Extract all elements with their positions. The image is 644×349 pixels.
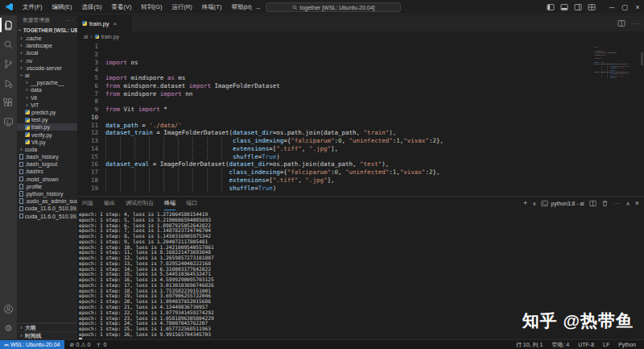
kill-terminal-icon[interactable] bbox=[601, 200, 609, 207]
remote-explorer-icon[interactable] bbox=[0, 112, 17, 131]
split-terminal-icon[interactable] bbox=[589, 200, 597, 207]
cursor-position[interactable]: 行 10, 列 1 bbox=[516, 341, 543, 349]
tree-item[interactable]: ›.nv bbox=[17, 57, 77, 64]
workspace-root[interactable]: › TOGETHER [WSL: UBUNTU... bbox=[17, 26, 77, 35]
command-center-search[interactable]: together [WSL: Ubuntu-20.04] bbox=[266, 2, 401, 12]
tree-item[interactable]: ›cuda bbox=[17, 146, 77, 153]
tree-item[interactable]: cuda_11.6.0_510.39.0... bbox=[17, 205, 77, 212]
menu-item-5[interactable]: 运行(R) bbox=[167, 0, 196, 15]
minimap[interactable]: import osimport mindspore as msfrom mind… bbox=[594, 43, 630, 86]
panel-tab-problems[interactable]: 问题 bbox=[82, 197, 93, 210]
problems-indicator[interactable]: ⊘ 0 ⚠ 0 bbox=[70, 342, 91, 348]
code-line: 18 extensions=[".tiff", ".jpg"], bbox=[77, 177, 644, 185]
search-icon[interactable] bbox=[0, 35, 17, 54]
ports-indicator[interactable]: 0 bbox=[96, 342, 106, 348]
terminal-tab[interactable]: python3.8 - ai bbox=[541, 200, 584, 207]
tree-item[interactable]: ›.landscape bbox=[17, 42, 77, 49]
menu-item-4[interactable]: 转到(G) bbox=[137, 0, 167, 15]
tree-item[interactable]: test.py bbox=[17, 116, 77, 123]
toggle-secondary-sidebar-icon[interactable] bbox=[574, 3, 582, 11]
tree-item[interactable]: .sudo_as_admin_succ... bbox=[17, 197, 77, 205]
toggle-panel-icon[interactable] bbox=[560, 3, 568, 11]
menu-item-3[interactable]: 查看(V) bbox=[107, 0, 137, 15]
nav-forward-icon[interactable]: → bbox=[254, 3, 262, 11]
tree-item[interactable]: train.py bbox=[17, 123, 77, 131]
tree-item[interactable]: verify.py bbox=[17, 131, 77, 138]
maximize-panel-icon[interactable]: ∧ bbox=[626, 197, 630, 210]
tree-item-label: cuda_11.6.0_510.39.0... bbox=[25, 206, 77, 211]
panel-tab-debug-console[interactable]: 调试控制台 bbox=[126, 197, 154, 210]
tree-item[interactable]: Vit.py bbox=[17, 139, 77, 146]
more-actions-icon[interactable]: ··· bbox=[613, 201, 621, 206]
tab-train-py[interactable]: train.py × bbox=[77, 15, 132, 31]
settings-gear-icon[interactable]: ⚙ bbox=[0, 318, 17, 338]
customize-layout-icon[interactable] bbox=[588, 3, 596, 11]
layout-toggles bbox=[547, 3, 596, 11]
chevron-right-icon: › bbox=[19, 65, 23, 71]
tree-item[interactable]: ›.vscode-server bbox=[17, 64, 77, 72]
chevron-right-icon: › bbox=[19, 147, 23, 152]
tree-item[interactable]: predict.py bbox=[17, 109, 77, 116]
tree-item-label: .sudo_as_admin_succ... bbox=[25, 198, 77, 204]
tree-item[interactable]: ›__pycache__ bbox=[17, 79, 77, 86]
tab-close-icon[interactable]: × bbox=[114, 20, 118, 27]
menu-bar: 文件(F)编辑(E)选择(S)查看(V)转到(G)运行(R)终端(T)帮助(H) bbox=[18, 0, 257, 14]
outline-section[interactable]: › 大纲 bbox=[17, 323, 77, 331]
tree-item[interactable]: .python_history bbox=[17, 190, 77, 197]
command-center-label: together [WSL: Ubuntu-20.04] bbox=[300, 5, 375, 10]
tree-item[interactable]: ›ai bbox=[17, 72, 77, 79]
close-button[interactable]: × bbox=[631, 0, 644, 15]
explorer-sidebar: 资源管理器 ··· › TOGETHER [WSL: UBUNTU... ›.c… bbox=[17, 15, 77, 339]
panel-tab-terminal[interactable]: 终端 bbox=[164, 197, 175, 210]
tree-item[interactable]: ›ViT bbox=[17, 102, 77, 109]
tree-item[interactable]: .motd_shown bbox=[17, 176, 77, 183]
menu-item-1[interactable]: 编辑(E) bbox=[47, 0, 77, 15]
language-mode[interactable]: Python bbox=[618, 342, 636, 347]
account-icon[interactable] bbox=[0, 299, 17, 318]
tree-item[interactable]: ›Vit bbox=[17, 94, 77, 102]
timeline-section[interactable]: › 时间线 bbox=[17, 331, 77, 339]
panel-tab-ports[interactable]: 端口 bbox=[186, 197, 197, 210]
tree-item[interactable]: ›data bbox=[17, 86, 77, 93]
close-panel-icon[interactable]: × bbox=[635, 197, 639, 210]
tree-item-label: .motd_shown bbox=[25, 177, 59, 182]
menu-item-2[interactable]: 选择(S) bbox=[77, 0, 107, 15]
tree-item[interactable]: ›.local bbox=[17, 49, 77, 56]
indentation[interactable]: 空格: 4 bbox=[551, 341, 569, 349]
tree-item[interactable]: .bash_logout bbox=[17, 160, 77, 168]
run-debug-icon[interactable] bbox=[0, 73, 17, 93]
menu-item-0[interactable]: 文件(F) bbox=[18, 0, 47, 15]
line-number: 1 bbox=[77, 43, 98, 51]
source-control-icon[interactable] bbox=[0, 54, 17, 73]
tree-item[interactable]: ›.cache bbox=[17, 35, 77, 42]
more-actions-icon[interactable]: ··· bbox=[66, 18, 74, 23]
toggle-sidebar-icon[interactable] bbox=[547, 3, 555, 11]
split-editor-icon[interactable] bbox=[617, 19, 625, 27]
restore-button[interactable]: ▢ bbox=[618, 0, 631, 15]
tree-item[interactable]: cuda_11.6.0_510.39.0... bbox=[17, 213, 77, 220]
editor-scrollbar[interactable] bbox=[641, 52, 643, 65]
panel-header: 问题输出调试控制台终端端口 + ∨ python3.8 - ai ··· ∧ × bbox=[77, 197, 644, 210]
nav-back-icon[interactable]: ← bbox=[243, 3, 250, 11]
breadcrumb-file[interactable]: train.py bbox=[101, 34, 119, 39]
menu-item-6[interactable]: 终端(T) bbox=[197, 0, 227, 15]
remote-indicator[interactable]: >< WSL: Ubuntu-20.04 bbox=[0, 340, 64, 349]
tree-item[interactable]: .bashrc bbox=[17, 168, 77, 175]
file-icon bbox=[19, 198, 23, 204]
activity-bar: ⚙ bbox=[0, 15, 17, 339]
encoding[interactable]: UTF-8 bbox=[578, 342, 594, 347]
new-terminal-icon[interactable]: + bbox=[523, 197, 527, 210]
terminal-dropdown-icon[interactable]: ∨ bbox=[532, 197, 536, 210]
panel-tab-output[interactable]: 输出 bbox=[104, 197, 115, 210]
breadcrumb-folder[interactable]: ai bbox=[84, 34, 88, 39]
code-line: 15 shuffle=True) bbox=[77, 153, 644, 161]
more-actions-icon[interactable]: ··· bbox=[631, 21, 639, 27]
minimize-button[interactable]: ─ bbox=[605, 0, 618, 15]
tree-item-label: .landscape bbox=[25, 43, 52, 48]
tree-item[interactable]: .bash_history bbox=[17, 153, 77, 160]
explorer-icon[interactable] bbox=[0, 15, 17, 35]
code-editor[interactable]: 123import os45import mindspore as ms6fro… bbox=[77, 41, 644, 196]
tree-item[interactable]: .profile bbox=[17, 183, 77, 190]
eol[interactable]: LF bbox=[603, 342, 609, 347]
extensions-icon[interactable] bbox=[0, 93, 17, 112]
